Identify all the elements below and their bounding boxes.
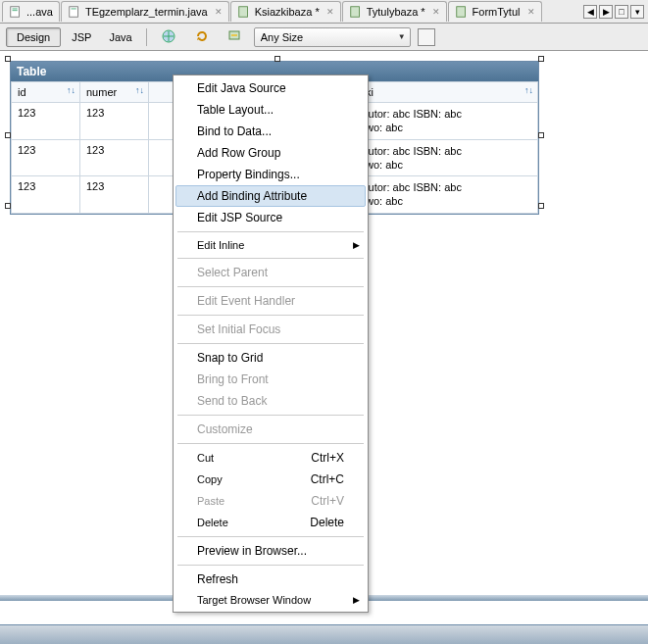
status-bar <box>0 624 648 644</box>
editor-tab[interactable]: ...ava <box>2 1 60 22</box>
menu-add-row-group[interactable]: Add Row Group <box>175 142 366 164</box>
page-icon <box>455 5 469 19</box>
sort-icon[interactable]: ↑↓ <box>67 85 75 95</box>
jsp-view-button[interactable]: JSP <box>65 27 98 47</box>
menu-snap-to-grid[interactable]: Snap to Grid <box>175 347 366 369</box>
tab-label: TEgzemplarz_termin.java <box>85 6 208 18</box>
menu-separator <box>177 536 364 537</box>
menu-cut[interactable]: CutCtrl+X <box>175 447 366 469</box>
menu-separator <box>177 315 364 316</box>
scroll-left-button[interactable]: ◀ <box>583 5 597 19</box>
editor-tab[interactable]: TEgzemplarz_termin.java ✕ <box>61 1 229 22</box>
menu-select-parent: Select Parent <box>175 262 366 283</box>
target-size-combo[interactable]: Any Size ▼ <box>254 27 411 47</box>
header-label: numer <box>86 86 117 98</box>
menu-send-to-back: Send to Back <box>175 390 366 412</box>
menu-separator <box>177 443 364 444</box>
svg-rect-0 <box>11 7 20 18</box>
svg-rect-7 <box>456 7 465 18</box>
menu-copy[interactable]: CopyCtrl+C <box>175 469 366 490</box>
menu-separator <box>177 343 364 344</box>
menu-target-browser-window[interactable]: Target Browser Window▶ <box>175 590 366 610</box>
menu-separator <box>177 286 364 287</box>
refresh-icon <box>194 34 210 46</box>
menu-label: Target Browser Window <box>197 594 311 606</box>
editor-tab[interactable]: Tytulybaza * ✕ <box>342 1 447 22</box>
toolbar-extra-button[interactable] <box>418 28 435 46</box>
file-icon <box>68 5 81 19</box>
header-label: id <box>18 86 26 98</box>
design-toolbar: Design JSP Java Any Size ▼ <box>0 24 648 51</box>
tab-label: ...ava <box>26 6 53 18</box>
editor-tab-bar: ...ava TEgzemplarz_termin.java ✕ Ksiazki… <box>0 0 648 24</box>
menu-set-initial-focus: Set Initial Focus <box>175 319 366 340</box>
menu-edit-inline[interactable]: Edit Inline▶ <box>175 235 366 255</box>
menu-separator <box>177 565 364 566</box>
java-view-button[interactable]: Java <box>102 27 138 47</box>
menu-label: Cut <box>197 452 214 464</box>
virtual-forms-button[interactable] <box>221 25 250 50</box>
page-icon <box>349 5 363 19</box>
browser-preview-icon <box>161 34 176 46</box>
column-header[interactable]: id↑↓ <box>12 82 80 103</box>
menu-edit-event-handler: Edit Event Handler <box>175 290 366 312</box>
menu-bind-to-data[interactable]: Bind to Data... <box>175 121 366 142</box>
menu-delete[interactable]: DeleteDelete <box>175 512 366 533</box>
design-view-button[interactable]: Design <box>6 27 61 47</box>
tab-label: FormTytul <box>473 6 521 18</box>
shortcut-label: Delete <box>310 516 344 529</box>
refresh-button[interactable] <box>187 25 217 50</box>
svg-rect-2 <box>13 10 18 11</box>
menu-separator <box>177 258 364 259</box>
shortcut-label: Ctrl+C <box>311 472 344 486</box>
tab-label: Ksiazkibaza * <box>255 6 320 18</box>
svg-rect-4 <box>71 9 75 10</box>
menu-label: Paste <box>197 495 224 507</box>
scroll-right-button[interactable]: ▶ <box>599 5 613 19</box>
table-cell: 123 <box>80 103 149 140</box>
menu-customize: Customize <box>175 419 366 440</box>
menu-edit-java-source[interactable]: Edit Java Source <box>175 77 366 99</box>
menu-edit-jsp-source[interactable]: Edit JSP Source <box>175 207 366 228</box>
file-icon <box>9 5 23 19</box>
shortcut-label: Ctrl+X <box>311 451 344 465</box>
preview-button[interactable] <box>154 25 183 50</box>
shortcut-label: Ctrl+V <box>311 494 344 508</box>
menu-separator <box>177 415 364 416</box>
chevron-down-icon: ▼ <box>398 32 406 41</box>
menu-button[interactable]: ▾ <box>630 5 644 19</box>
close-icon[interactable]: ✕ <box>432 7 440 17</box>
menu-add-binding-attribute[interactable]: Add Binding Attribute <box>175 185 366 207</box>
close-icon[interactable]: ✕ <box>326 7 334 17</box>
table-cell: 123 <box>12 139 80 176</box>
forms-icon <box>227 34 243 46</box>
svg-rect-6 <box>350 7 359 18</box>
sort-icon[interactable]: ↑↓ <box>135 85 144 95</box>
column-header[interactable]: numer↑↓ <box>80 82 149 103</box>
menu-property-bindings[interactable]: Property Bindings... <box>175 164 366 185</box>
menu-label: Delete <box>197 517 228 528</box>
close-icon[interactable]: ✕ <box>215 7 223 17</box>
svg-rect-5 <box>238 7 247 18</box>
menu-preview-in-browser[interactable]: Preview in Browser... <box>175 540 366 562</box>
maximize-button[interactable]: □ <box>615 5 628 19</box>
svg-rect-1 <box>13 9 18 10</box>
menu-table-layout[interactable]: Table Layout... <box>175 99 366 121</box>
menu-separator <box>177 231 364 232</box>
submenu-arrow-icon: ▶ <box>353 595 360 605</box>
menu-paste: PasteCtrl+V <box>175 490 366 512</box>
editor-tab[interactable]: Ksiazkibaza * ✕ <box>230 1 341 22</box>
close-icon[interactable]: ✕ <box>527 7 535 17</box>
menu-refresh[interactable]: Refresh <box>175 569 366 590</box>
editor-tab[interactable]: FormTytul ✕ <box>448 1 542 22</box>
table-cell: 123 <box>12 176 80 214</box>
page-icon <box>237 5 251 19</box>
menu-label: Edit Inline <box>197 239 244 251</box>
context-menu: Edit Java Source Table Layout... Bind to… <box>173 74 369 613</box>
menu-bring-to-front: Bring to Front <box>175 369 366 390</box>
svg-rect-10 <box>231 34 237 36</box>
sort-icon[interactable]: ↑↓ <box>524 85 533 95</box>
table-cell: 123 <box>12 103 80 140</box>
table-cell: 123 <box>80 139 149 176</box>
table-cell: 123 <box>80 176 149 214</box>
